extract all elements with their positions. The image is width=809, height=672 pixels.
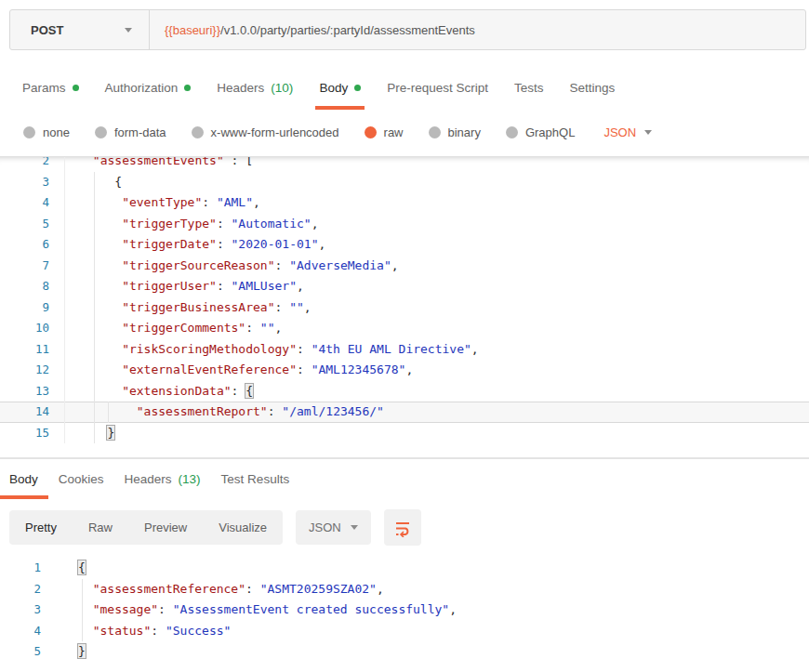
response-tab-test-results[interactable]: Test Results — [211, 459, 300, 499]
tab-label: Settings — [569, 81, 615, 95]
response-code-lines: 1{2 "assessmentReference": "ASMT20259SZA… — [0, 555, 809, 663]
green-dot-icon — [184, 85, 191, 91]
code-line: 14 "assessmentReport": "/aml/123456/" — [0, 402, 809, 423]
body-type-raw[interactable]: raw — [365, 125, 404, 139]
response-language-label: JSON — [309, 520, 341, 534]
line-number: 10 — [0, 318, 65, 339]
code-line: 3 { — [0, 172, 809, 193]
body-type-form-data[interactable]: form-data — [95, 125, 166, 139]
code-text: "triggerSourceReason": "AdverseMedia", — [65, 256, 399, 277]
response-body-editor[interactable]: 1{2 "assessmentReference": "ASMT20259SZA… — [0, 555, 809, 672]
indent-guide — [108, 402, 109, 423]
request-language-dropdown[interactable]: JSON — [603, 125, 652, 139]
code-text: "externalEventReference": "AML12345678", — [65, 360, 413, 381]
tab-label: Authorization — [105, 81, 179, 95]
response-tab-cookies[interactable]: Cookies — [48, 459, 114, 499]
tab-label: Headers — [217, 81, 264, 95]
radio-icon — [23, 126, 35, 138]
line-number: 4 — [0, 621, 56, 642]
line-number: 13 — [0, 381, 65, 402]
code-line: 2 "assessmentEvents" : [ — [0, 156, 809, 172]
tab-count: (10) — [271, 81, 293, 95]
tab-settings[interactable]: Settings — [556, 65, 628, 110]
tab-label: Params — [22, 81, 66, 95]
tab-label: Pre-request Script — [387, 81, 488, 95]
tab-pre-request-script[interactable]: Pre-request Script — [374, 65, 501, 110]
tab-label: Headers — [125, 472, 172, 486]
code-text: "triggerDate": "2020-01-01", — [65, 234, 325, 256]
indent-guide — [94, 339, 95, 361]
view-preview[interactable]: Preview — [128, 510, 203, 545]
response-language-dropdown[interactable]: JSON — [296, 510, 371, 545]
indent-guide — [94, 297, 95, 319]
code-line: 11 "riskScoringMethodology": "4th EU AML… — [0, 339, 809, 361]
radio-icon — [192, 126, 204, 138]
wrap-lines-icon — [393, 519, 412, 537]
view-visualize[interactable]: Visualize — [203, 510, 283, 545]
url-variable: {{baseuri}} — [165, 23, 220, 37]
green-dot-icon — [73, 85, 79, 91]
indent-guide — [94, 256, 95, 277]
indent-guide — [94, 276, 95, 297]
request-code-lines: 2 "assessmentEvents" : [3 {4 "eventType"… — [0, 156, 809, 443]
code-line: 15 } — [0, 423, 809, 444]
radio-selected-icon — [365, 126, 377, 138]
body-type-graphql[interactable]: GraphQL — [506, 125, 575, 139]
response-tab-headers[interactable]: Headers(13) — [114, 459, 211, 499]
code-text: "assessmentReference": "ASMT20259SZA02", — [56, 579, 384, 600]
indent-guide — [94, 423, 95, 444]
tab-headers[interactable]: Headers(10) — [204, 65, 306, 110]
body-type-x-www-form-urlencoded[interactable]: x-www-form-urlencoded — [192, 125, 339, 139]
wrap-lines-button[interactable] — [384, 509, 421, 546]
chevron-down-icon — [644, 130, 652, 135]
view-pretty[interactable]: Pretty — [9, 510, 73, 545]
body-type-binary[interactable]: binary — [429, 125, 481, 139]
tab-count: (13) — [179, 472, 201, 486]
code-line: 9 "triggerBusinessArea": "", — [0, 297, 809, 319]
tab-label: Body — [319, 81, 348, 95]
indent-guide — [82, 621, 83, 642]
request-tabs: ParamsAuthorizationHeaders(10)BodyPre-re… — [9, 65, 809, 110]
code-text: "triggerUser": "AMLUser", — [65, 276, 304, 297]
indent-guide — [94, 192, 95, 214]
body-type-none[interactable]: none — [23, 125, 70, 139]
tab-body[interactable]: Body — [306, 65, 374, 110]
indent-guide — [94, 402, 95, 423]
indent-guide — [94, 381, 95, 402]
tab-tests[interactable]: Tests — [501, 65, 557, 110]
indent-guide — [82, 600, 83, 621]
tab-label: Cookies — [59, 472, 104, 486]
tab-authorization[interactable]: Authorization — [92, 65, 205, 110]
code-line: 5 "triggerType": "Automatic", — [0, 214, 809, 235]
code-text: } — [56, 641, 86, 663]
body-type-label: raw — [384, 125, 404, 139]
code-line: 2 "assessmentReference": "ASMT20259SZA02… — [0, 579, 809, 600]
indent-guide — [94, 234, 95, 256]
code-text: "triggerComments": "", — [65, 318, 282, 339]
line-number: 9 — [0, 297, 65, 319]
response-tab-body[interactable]: Body — [9, 459, 48, 499]
view-raw[interactable]: Raw — [73, 510, 128, 545]
line-number: 15 — [0, 423, 65, 444]
response-tabs: BodyCookiesHeaders(13)Test Results — [0, 458, 809, 499]
line-number: 6 — [0, 234, 65, 256]
code-line: 3 "message": "AssessmentEvent created su… — [0, 600, 809, 621]
body-type-label: GraphQL — [525, 125, 575, 139]
code-line: 6 "triggerDate": "2020-01-01", — [0, 234, 809, 256]
line-number: 14 — [0, 402, 65, 423]
code-line: 4 "status": "Success" — [0, 621, 809, 642]
url-input[interactable]: {{baseuri}}/v1.0.0/party/parties/:partyI… — [150, 10, 805, 49]
line-number: 2 — [0, 156, 65, 172]
response-toolbar: PrettyRawPreviewVisualize JSON — [9, 509, 421, 546]
chevron-down-icon — [351, 525, 358, 530]
code-text: "triggerBusinessArea": "", — [65, 297, 312, 319]
line-number: 5 — [0, 641, 56, 663]
body-type-label: form-data — [114, 125, 166, 139]
radio-icon — [429, 126, 441, 138]
request-body-editor[interactable]: 2 "assessmentEvents" : [3 {4 "eventType"… — [0, 156, 809, 458]
method-selector[interactable]: POST — [10, 10, 150, 49]
tab-params[interactable]: Params — [9, 65, 92, 110]
line-number: 1 — [0, 558, 56, 579]
indent-guide — [82, 579, 83, 600]
code-line: 12 "externalEventReference": "AML1234567… — [0, 360, 809, 381]
